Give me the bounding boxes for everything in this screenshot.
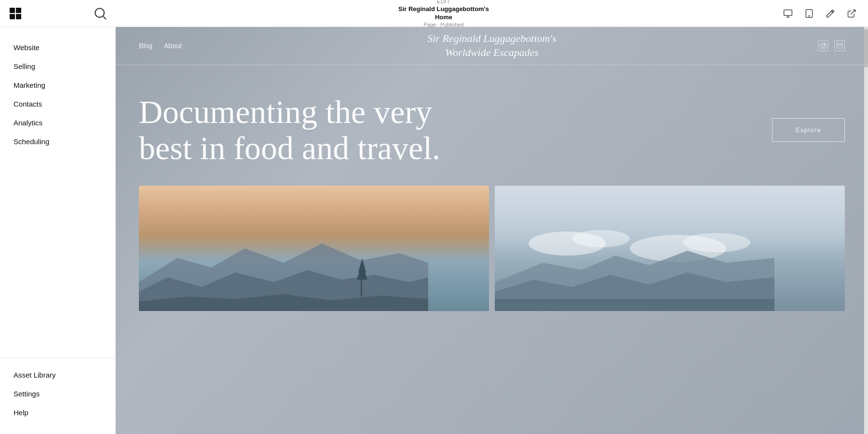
sidebar-bottom: Asset Library Settings Help [0, 358, 115, 422]
sidebar-item-marketing[interactable]: Marketing [8, 76, 108, 94]
svg-point-10 [809, 15, 810, 16]
svg-point-14 [825, 44, 825, 44]
svg-point-23 [572, 230, 630, 247]
tablet-view-button[interactable] [800, 5, 818, 22]
sidebar-nav: Website Selling Marketing Contacts Analy… [0, 39, 115, 354]
site-title-text: Sir Reginald Luggagebottom's Worldwide E… [427, 32, 556, 59]
sidebar-item-settings[interactable]: Settings [8, 385, 108, 403]
edit-label: EDIT [437, 0, 450, 5]
page-status: Page · Published [423, 21, 463, 28]
sidebar-item-analytics[interactable]: Analytics [8, 114, 108, 132]
topbar: EDIT Sir Reginald Luggagebottom's Home P… [0, 0, 868, 27]
hero-text: Documenting the very best in food and tr… [139, 94, 476, 166]
svg-point-4 [95, 8, 104, 17]
image-card-right [495, 186, 845, 311]
site-social-links [818, 41, 845, 51]
site-hero: Documenting the very best in food and tr… [116, 65, 868, 186]
external-link-button[interactable] [843, 5, 860, 22]
hero-cta-button[interactable]: Explore [772, 118, 845, 142]
site-nav: Blog About [139, 42, 182, 50]
edit-design-button[interactable] [822, 5, 839, 22]
page-title: Sir Reginald Luggagebottom's [398, 5, 489, 14]
sidebar-item-contacts[interactable]: Contacts [8, 95, 108, 113]
svg-rect-0 [10, 8, 15, 13]
main-layout: Website Selling Marketing Contacts Analy… [0, 27, 868, 434]
svg-point-25 [683, 233, 750, 252]
search-button[interactable] [93, 6, 108, 21]
desktop-view-button[interactable] [779, 5, 797, 22]
sidebar-item-scheduling[interactable]: Scheduling [8, 133, 108, 150]
instagram-icon[interactable] [818, 41, 828, 51]
svg-rect-6 [784, 10, 792, 15]
sidebar-item-selling[interactable]: Selling [8, 57, 108, 75]
image-card-left [139, 186, 489, 311]
svg-line-5 [103, 16, 106, 19]
svg-rect-2 [10, 14, 15, 19]
site-image-grid [116, 186, 868, 311]
sidebar-item-help[interactable]: Help [8, 404, 108, 421]
svg-rect-12 [820, 43, 826, 49]
squarespace-logo[interactable] [8, 6, 23, 21]
svg-rect-19 [361, 277, 362, 297]
svg-point-13 [822, 44, 825, 47]
topbar-center: EDIT Sir Reginald Luggagebottom's Home P… [116, 0, 772, 28]
sidebar: Website Selling Marketing Contacts Analy… [0, 27, 116, 434]
topbar-page-title: Home [435, 14, 452, 22]
svg-line-11 [851, 10, 855, 14]
website-preview: Blog About Sir Reginald Luggagebottom's … [116, 27, 868, 434]
svg-rect-1 [16, 8, 21, 13]
site-header: Blog About Sir Reginald Luggagebottom's … [116, 27, 868, 65]
site-nav-blog[interactable]: Blog [139, 42, 152, 50]
svg-rect-28 [495, 299, 774, 311]
sidebar-item-website[interactable]: Website [8, 39, 108, 56]
site-title: Sir Reginald Luggagebottom's Worldwide E… [427, 32, 556, 59]
topbar-right [772, 5, 868, 22]
topbar-left [0, 6, 116, 21]
sidebar-item-asset-library[interactable]: Asset Library [8, 366, 108, 384]
email-icon[interactable] [834, 41, 845, 51]
svg-rect-3 [16, 14, 21, 19]
preview-area: Blog About Sir Reginald Luggagebottom's … [116, 27, 868, 434]
site-nav-about[interactable]: About [164, 42, 182, 50]
